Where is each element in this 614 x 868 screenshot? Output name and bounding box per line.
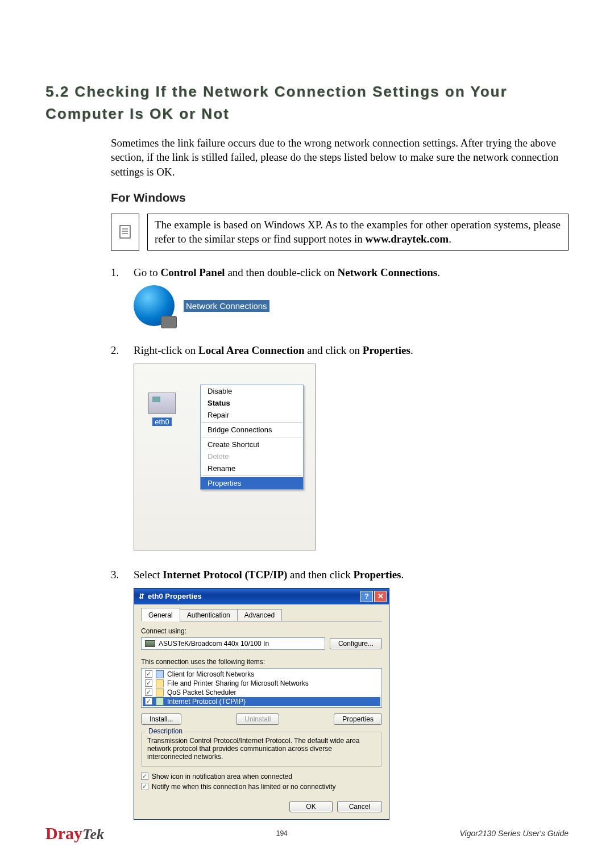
- cancel-button[interactable]: Cancel: [337, 801, 382, 812]
- step-3-body: Select Internet Protocol (TCP/IP) and th…: [134, 567, 569, 582]
- item-client[interactable]: ✓ Client for Microsoft Networks: [143, 670, 380, 679]
- dialog-titlebar[interactable]: ⇵ eth0 Properties ? ✕: [134, 589, 389, 604]
- ctx-separator: [201, 422, 302, 423]
- brand-tek: Tek: [82, 826, 104, 842]
- s3d: Properties: [353, 569, 401, 581]
- nic-icon-block: eth0: [142, 393, 182, 426]
- uninstall-button: Uninstall: [236, 713, 279, 725]
- nic-icon: [148, 393, 176, 414]
- item-tcpip-label: Internet Protocol (TCP/IP): [167, 698, 246, 706]
- s3a: Select: [134, 569, 163, 581]
- context-menu: Disable Status Repair Bridge Connections…: [200, 385, 304, 490]
- step-2: 2. Right-click on Local Area Connection …: [111, 343, 569, 358]
- titlebar-icon: ⇵: [139, 592, 144, 600]
- ctx-rename[interactable]: Rename: [201, 462, 303, 474]
- page-footer: DrayTek 194 Vigor2130 Series User's Guid…: [45, 824, 569, 843]
- qos-icon: [156, 688, 164, 696]
- subheading-for-windows: For Windows: [111, 191, 569, 205]
- share-icon: [156, 679, 164, 687]
- ok-button[interactable]: OK: [289, 801, 332, 812]
- check-icon[interactable]: ✓: [141, 783, 148, 790]
- section-heading: 5.2 Checking If the Network Connection S…: [45, 81, 569, 125]
- step-3-number: 3.: [111, 567, 134, 582]
- s3c: and then click: [287, 569, 353, 581]
- note-text: The example is based on Windows XP. As t…: [147, 214, 569, 251]
- close-button[interactable]: ✕: [374, 591, 387, 602]
- s1d: Network Connections: [337, 266, 437, 278]
- s1c: and then double-click on: [225, 266, 338, 278]
- note-text-b: .: [449, 233, 451, 245]
- note-site: www.draytek.com: [365, 233, 449, 245]
- check-icon[interactable]: ✓: [145, 670, 152, 678]
- tab-advanced[interactable]: Advanced: [237, 609, 282, 621]
- dialog-title: eth0 Properties: [148, 592, 202, 600]
- s2b: Local Area Connection: [198, 344, 304, 356]
- adapter-icon: [145, 640, 155, 647]
- ctx-separator: [201, 437, 302, 437]
- adapter-field: ASUSTeK/Broadcom 440x 10/100 In: [141, 637, 325, 650]
- connect-using-label: Connect using:: [141, 627, 382, 635]
- ctx-bridge[interactable]: Bridge Connections: [201, 424, 303, 436]
- description-legend: Description: [146, 727, 185, 735]
- item-qos[interactable]: ✓ QoS Packet Scheduler: [143, 688, 380, 697]
- tab-authentication[interactable]: Authentication: [180, 609, 238, 621]
- note-callout: The example is based on Windows XP. As t…: [111, 214, 569, 251]
- s1a: Go to: [134, 266, 161, 278]
- check-icon[interactable]: ✓: [145, 679, 152, 687]
- item-tcpip[interactable]: ✓ Internet Protocol (TCP/IP): [143, 697, 380, 706]
- items-listbox[interactable]: ✓ Client for Microsoft Networks ✓ File a…: [141, 668, 382, 708]
- check-icon[interactable]: ✓: [145, 688, 152, 696]
- tcpip-icon: [156, 698, 164, 706]
- install-button[interactable]: Install...: [141, 713, 181, 725]
- ctx-separator: [201, 475, 302, 476]
- brand-dray: Dray: [45, 824, 82, 842]
- check-icon[interactable]: ✓: [145, 698, 152, 705]
- show-icon-checkbox[interactable]: ✓ Show icon in notification area when co…: [141, 773, 382, 781]
- figure-2: eth0 Disable Status Repair Bridge Connec…: [134, 364, 569, 550]
- page-number: 194: [104, 829, 459, 837]
- figure-3: ⇵ eth0 Properties ? ✕ General Authentica…: [134, 588, 569, 820]
- svg-rect-0: [120, 226, 130, 238]
- client-icon: [156, 670, 164, 678]
- s1b: Control Panel: [161, 266, 225, 278]
- item-client-label: Client for Microsoft Networks: [167, 670, 254, 678]
- s3b: Internet Protocol (TCP/IP): [163, 569, 287, 581]
- help-button[interactable]: ?: [360, 591, 373, 602]
- ctx-delete: Delete: [201, 450, 303, 462]
- ctx-create-shortcut[interactable]: Create Shortcut: [201, 439, 303, 450]
- ctx-status[interactable]: Status: [201, 397, 303, 409]
- properties-dialog: ⇵ eth0 Properties ? ✕ General Authentica…: [134, 588, 389, 820]
- item-qos-label: QoS Packet Scheduler: [167, 688, 236, 696]
- step-1-body: Go to Control Panel and then double-clic…: [134, 265, 569, 280]
- step-2-body: Right-click on Local Area Connection and…: [134, 343, 569, 358]
- items-label: This connection uses the following items…: [141, 658, 382, 666]
- tab-strip: General Authentication Advanced: [141, 608, 382, 621]
- globe-icon: [134, 285, 175, 326]
- s2e: .: [410, 344, 413, 356]
- s2d: Properties: [363, 344, 410, 356]
- adapter-name: ASUSTeK/Broadcom 440x 10/100 In: [159, 640, 269, 648]
- nic-label: eth0: [152, 418, 171, 426]
- description-group: Description Transmission Control Protoco…: [141, 732, 382, 767]
- step-3: 3. Select Internet Protocol (TCP/IP) and…: [111, 567, 569, 582]
- properties-button[interactable]: Properties: [334, 713, 382, 725]
- ctx-disable[interactable]: Disable: [201, 385, 303, 397]
- note-icon: [111, 214, 139, 251]
- item-fileprint-label: File and Printer Sharing for Microsoft N…: [167, 679, 309, 687]
- check-icon[interactable]: ✓: [141, 773, 148, 780]
- guide-title: Vigor2130 Series User's Guide: [459, 829, 569, 838]
- notify-checkbox[interactable]: ✓ Notify me when this connection has lim…: [141, 783, 382, 791]
- note-text-a: The example is based on Windows XP. As t…: [155, 219, 561, 245]
- notify-label: Notify me when this connection has limit…: [152, 783, 336, 791]
- tab-general[interactable]: General: [141, 608, 180, 621]
- ctx-properties[interactable]: Properties: [201, 477, 303, 489]
- s3e: .: [401, 569, 404, 581]
- s2a: Right-click on: [134, 344, 198, 356]
- ctx-repair[interactable]: Repair: [201, 409, 303, 421]
- brand-logo: DrayTek: [45, 824, 104, 843]
- configure-button[interactable]: Configure...: [330, 638, 382, 649]
- intro-paragraph: Sometimes the link failure occurs due to…: [111, 136, 569, 180]
- step-2-number: 2.: [111, 343, 134, 358]
- item-fileprint[interactable]: ✓ File and Printer Sharing for Microsoft…: [143, 679, 380, 688]
- description-text: Transmission Control Protocol/Internet P…: [147, 737, 376, 761]
